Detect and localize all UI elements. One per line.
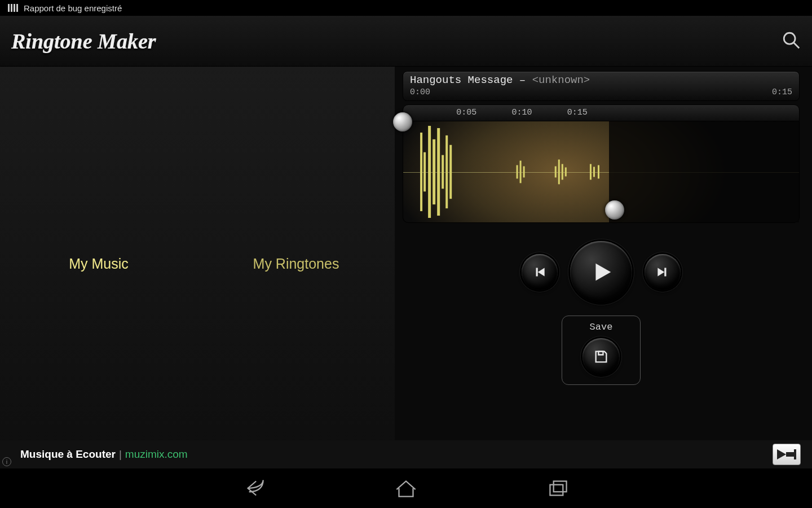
app-header: Ringtone Maker <box>0 16 812 67</box>
status-bar: Rapport de bug enregistré <box>0 0 812 16</box>
status-text: Rapport de bug enregistré <box>24 3 122 13</box>
next-button[interactable] <box>645 254 681 290</box>
svg-point-0 <box>784 33 795 44</box>
svg-rect-17 <box>590 164 592 180</box>
svg-rect-2 <box>420 133 422 211</box>
svg-rect-16 <box>565 168 567 177</box>
svg-rect-10 <box>517 165 518 179</box>
skip-previous-icon <box>532 265 547 279</box>
svg-rect-6 <box>437 128 440 216</box>
tab-my-music[interactable]: My Music <box>0 67 197 461</box>
svg-rect-4 <box>428 126 431 218</box>
tick-label: 0:15 <box>567 108 588 117</box>
search-icon <box>782 30 801 50</box>
play-button[interactable] <box>570 241 632 303</box>
svg-rect-9 <box>449 145 452 199</box>
track-header: Hangouts Message – <unknown> 0:000:15 <box>403 71 800 101</box>
svg-rect-3 <box>423 152 426 192</box>
selection-mask <box>609 121 799 222</box>
home-icon[interactable] <box>392 476 420 500</box>
save-icon <box>593 349 609 365</box>
svg-line-1 <box>793 42 799 48</box>
skip-next-icon <box>655 265 670 279</box>
save-label: Save <box>562 322 640 332</box>
ad-text: Musique à Ecouter <box>20 448 116 461</box>
svg-rect-15 <box>562 164 563 180</box>
time-ruler: 0:05 0:10 0:15 <box>403 104 800 121</box>
svg-rect-12 <box>523 167 525 178</box>
track-title: Hangouts Message – <unknown> <box>410 74 792 86</box>
prev-button[interactable] <box>522 254 558 290</box>
time-position: 0:00 <box>410 87 430 97</box>
svg-rect-5 <box>433 139 435 204</box>
search-button[interactable] <box>782 30 801 52</box>
trim-handle-start[interactable] <box>393 112 412 132</box>
save-button[interactable] <box>582 338 620 375</box>
trim-handle-end[interactable] <box>605 200 624 220</box>
svg-rect-8 <box>445 135 448 208</box>
waveform-editor[interactable]: 0:05 0:10 0:15 <box>403 104 800 223</box>
playback-controls <box>403 241 800 303</box>
waveform[interactable] <box>403 121 800 223</box>
svg-rect-18 <box>593 167 595 177</box>
ad-info-icon[interactable]: i <box>2 457 11 466</box>
back-icon[interactable] <box>240 476 268 500</box>
tick-label: 0:10 <box>512 108 532 117</box>
svg-rect-20 <box>550 485 563 496</box>
svg-rect-14 <box>558 160 560 185</box>
svg-rect-13 <box>555 167 557 178</box>
recents-icon[interactable] <box>544 476 572 500</box>
android-navbar <box>0 468 812 508</box>
ad-next-button[interactable] <box>773 444 801 465</box>
play-icon <box>588 259 614 285</box>
save-panel: Save <box>562 316 641 385</box>
svg-rect-21 <box>554 481 567 492</box>
tab-bar: My Music My Ringtones <box>0 67 395 462</box>
svg-rect-19 <box>598 165 599 179</box>
ad-bar[interactable]: i Musique à Ecouter | muzimix.com <box>0 440 812 468</box>
time-duration: 0:15 <box>772 87 792 97</box>
tick-label: 0:05 <box>456 108 476 117</box>
ad-link[interactable]: muzimix.com <box>125 448 188 461</box>
ad-sep: | <box>119 448 122 461</box>
main-area: My Music My Ringtones <unknown>Hangouts … <box>0 67 812 445</box>
status-bars-icon <box>8 4 18 12</box>
svg-rect-11 <box>520 161 522 183</box>
tab-my-ringtones[interactable]: My Ringtones <box>197 67 395 461</box>
app-logo: Ringtone Maker <box>11 29 156 54</box>
editor-panel: Hangouts Message – <unknown> 0:000:15 0:… <box>395 67 812 445</box>
svg-rect-7 <box>442 155 444 189</box>
